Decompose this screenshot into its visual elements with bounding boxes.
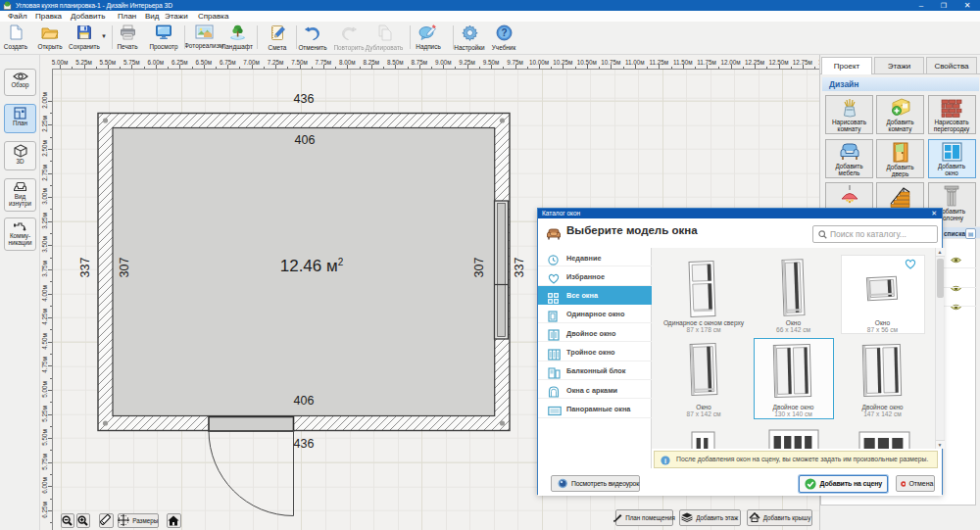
svg-text:?: ?	[501, 27, 507, 38]
svg-text:i: i	[664, 457, 666, 463]
